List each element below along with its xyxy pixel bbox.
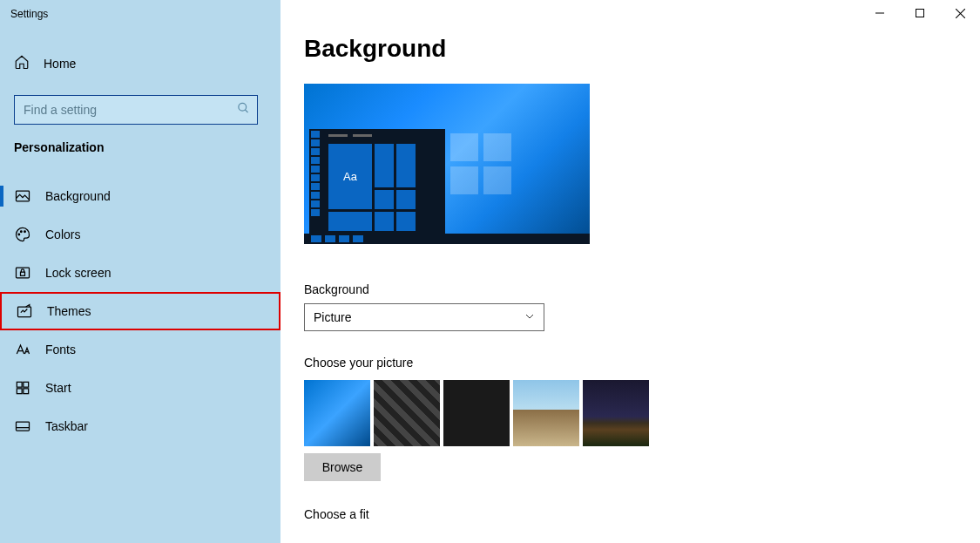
lockscreen-icon	[14, 264, 31, 282]
sidebar-nav: Background Colors Lock screen Themes Fon	[0, 177, 280, 445]
picture-thumbnail[interactable]	[583, 380, 649, 446]
sidebar: Settings Home Personalization Background…	[0, 0, 280, 543]
sidebar-home[interactable]: Home	[0, 44, 280, 83]
sidebar-item-label: Start	[45, 381, 71, 395]
dropdown-value: Picture	[314, 310, 352, 324]
sidebar-item-label: Colors	[45, 227, 80, 241]
image-icon	[14, 187, 31, 205]
svg-point-5	[24, 231, 26, 233]
sidebar-item-background[interactable]: Background	[0, 177, 280, 215]
start-icon	[14, 379, 31, 397]
search-icon	[237, 102, 250, 119]
sidebar-item-label: Fonts	[45, 343, 76, 356]
sidebar-item-colors[interactable]: Colors	[0, 215, 280, 254]
preview-tile-text: Aa	[328, 144, 372, 209]
fonts-icon	[14, 341, 31, 358]
picture-thumbnail[interactable]	[304, 380, 370, 446]
svg-rect-13	[17, 422, 30, 431]
sidebar-item-label: Taskbar	[45, 419, 88, 433]
svg-point-0	[239, 103, 247, 111]
svg-line-1	[245, 110, 247, 112]
sidebar-item-start[interactable]: Start	[0, 369, 280, 407]
start-menu-preview: Aa	[309, 129, 445, 234]
sidebar-item-themes[interactable]: Themes	[0, 292, 280, 330]
svg-rect-11	[17, 389, 22, 394]
picture-thumbnails	[304, 380, 980, 446]
windows-logo-icon	[450, 133, 511, 194]
minimize-button[interactable]	[860, 0, 900, 26]
main-content: Background Aa	[280, 0, 980, 543]
window-title: Settings	[0, 0, 280, 28]
svg-rect-9	[17, 382, 22, 387]
sidebar-item-label: Themes	[47, 304, 91, 318]
svg-point-4	[21, 231, 23, 233]
choose-picture-label: Choose your picture	[304, 356, 980, 370]
svg-rect-10	[24, 382, 29, 387]
desktop-preview: Aa	[304, 84, 590, 244]
sidebar-section-title: Personalization	[0, 125, 280, 161]
page-title: Background	[304, 35, 980, 63]
sidebar-item-label: Background	[45, 189, 111, 203]
close-button[interactable]	[940, 0, 980, 26]
home-icon	[14, 54, 30, 72]
search-input[interactable]	[15, 96, 257, 124]
picture-thumbnail[interactable]	[443, 380, 510, 446]
palette-icon	[14, 226, 31, 243]
taskbar-icon	[14, 417, 31, 435]
search-container	[14, 95, 267, 125]
picture-thumbnail[interactable]	[513, 380, 579, 446]
chevron-down-icon	[524, 310, 535, 324]
sidebar-item-label: Lock screen	[45, 266, 111, 280]
themes-icon	[16, 302, 33, 320]
browse-button[interactable]: Browse	[304, 453, 381, 481]
sidebar-item-taskbar[interactable]: Taskbar	[0, 407, 280, 445]
search-box[interactable]	[14, 95, 258, 125]
background-type-label: Background	[304, 282, 980, 296]
sidebar-item-fonts[interactable]: Fonts	[0, 330, 280, 369]
svg-rect-12	[24, 389, 29, 394]
picture-thumbnail[interactable]	[374, 380, 440, 446]
svg-rect-7	[21, 272, 25, 275]
background-type-dropdown[interactable]: Picture	[304, 303, 544, 331]
sidebar-item-lockscreen[interactable]: Lock screen	[0, 254, 280, 292]
svg-point-3	[18, 234, 20, 235]
sidebar-home-label: Home	[44, 57, 76, 71]
taskbar-preview	[304, 234, 590, 244]
choose-fit-label: Choose a fit	[304, 507, 980, 521]
window-controls	[860, 0, 980, 26]
maximize-button[interactable]	[900, 0, 940, 26]
svg-rect-16	[916, 10, 924, 17]
